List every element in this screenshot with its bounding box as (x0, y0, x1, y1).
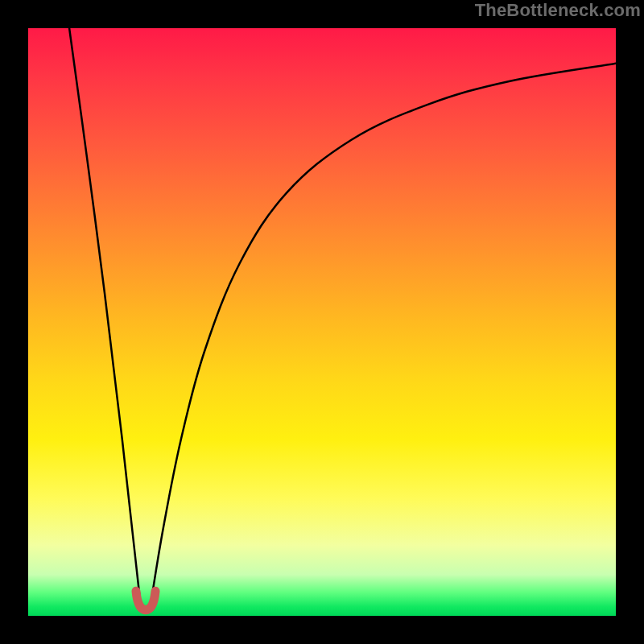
plot-area (28, 28, 616, 616)
bottleneck-curve-svg (28, 28, 616, 616)
curve-left-branch (69, 28, 140, 598)
chart-frame: TheBottleneck.com (0, 0, 644, 644)
notch-marker (136, 591, 155, 609)
curve-right-branch (151, 64, 616, 598)
watermark-text: TheBottleneck.com (475, 0, 641, 21)
